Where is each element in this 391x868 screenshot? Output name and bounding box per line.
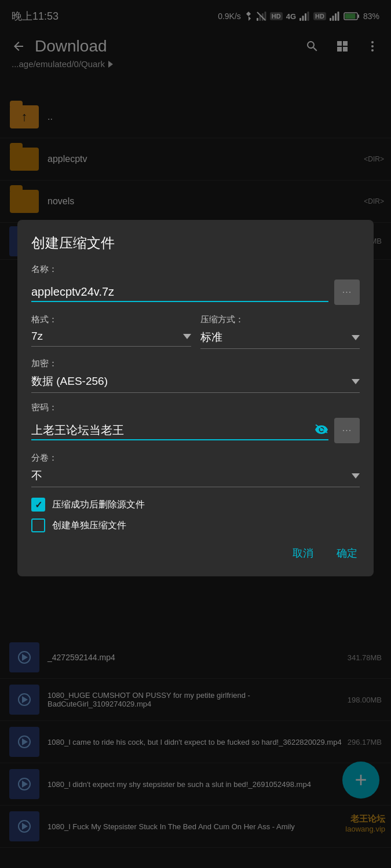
compression-label: 压缩方式： xyxy=(200,314,360,325)
name-field-row: ··· xyxy=(31,279,360,305)
compression-field: 压缩方式： 标准 xyxy=(200,314,360,349)
dialog-actions: 取消 确定 xyxy=(31,542,360,565)
delete-source-checkbox[interactable]: ✓ xyxy=(31,498,45,512)
split-select[interactable]: 不 xyxy=(31,468,360,487)
password-row: ··· xyxy=(31,418,360,443)
password-more-button[interactable]: ··· xyxy=(334,418,360,443)
format-field: 格式： 7z xyxy=(31,314,191,349)
confirm-button[interactable]: 确定 xyxy=(334,542,360,565)
compression-value: 标准 xyxy=(200,330,352,345)
eye-toggle-icon[interactable] xyxy=(315,422,328,437)
create-archive-dialog: 创建压缩文件 名称： ··· 格式： 7z 压缩方式： 标准 加密： 数据 (A… xyxy=(17,220,374,576)
format-select[interactable]: 7z xyxy=(31,330,191,347)
split-label: 分卷： xyxy=(31,453,360,464)
separate-archive-checkbox[interactable] xyxy=(31,518,45,532)
encrypt-value: 数据 (AES-256) xyxy=(31,374,352,389)
format-value: 7z xyxy=(31,330,183,343)
checkbox-row-1[interactable]: ✓ 压缩成功后删除源文件 xyxy=(31,498,360,512)
format-dropdown-icon xyxy=(183,334,191,339)
delete-source-label: 压缩成功后删除源文件 xyxy=(52,499,145,511)
encrypt-dropdown-icon xyxy=(352,379,360,384)
checkmark-icon: ✓ xyxy=(35,499,42,510)
format-label: 格式： xyxy=(31,314,191,325)
compression-dropdown-icon xyxy=(352,335,360,340)
encrypt-label: 加密： xyxy=(31,358,360,369)
dialog-title: 创建压缩文件 xyxy=(31,234,360,252)
cancel-button[interactable]: 取消 xyxy=(290,542,316,565)
encrypt-select[interactable]: 数据 (AES-256) xyxy=(31,374,360,393)
name-input[interactable] xyxy=(31,283,328,302)
name-more-button[interactable]: ··· xyxy=(334,279,360,305)
format-compression-row: 格式： 7z 压缩方式： 标准 xyxy=(31,314,360,349)
password-input[interactable] xyxy=(31,421,315,439)
compression-select[interactable]: 标准 xyxy=(200,330,360,349)
split-value: 不 xyxy=(31,468,352,483)
separate-archive-label: 创建单独压缩文件 xyxy=(52,520,126,532)
split-dropdown-icon xyxy=(352,473,360,479)
name-label: 名称： xyxy=(31,264,360,275)
password-input-wrap xyxy=(31,421,328,440)
password-label: 密码： xyxy=(31,402,360,413)
checkbox-row-2[interactable]: 创建单独压缩文件 xyxy=(31,518,360,532)
